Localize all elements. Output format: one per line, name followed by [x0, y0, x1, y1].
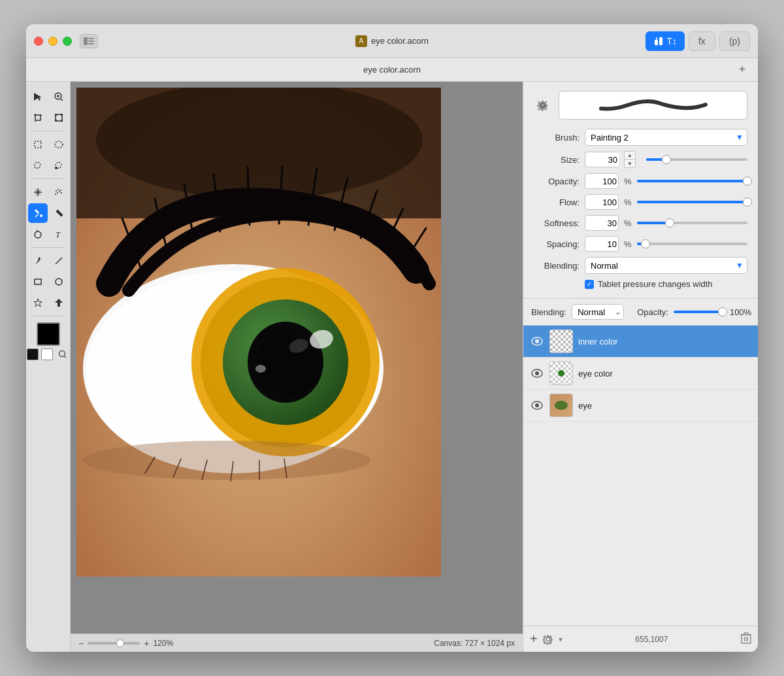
bg-color-small[interactable]: [41, 348, 53, 360]
brush-panel: Brush: Painting 2 ▼ Size: ▲ ▼: [523, 82, 758, 299]
opacity-slider-thumb[interactable]: [743, 177, 752, 186]
zoom-plus-button[interactable]: +: [144, 638, 149, 649]
svg-point-29: [56, 190, 57, 192]
pen-tool[interactable]: [28, 251, 48, 271]
ellipse-shape-tool[interactable]: [49, 272, 69, 292]
canvas-container[interactable]: [71, 82, 523, 634]
svg-point-79: [255, 365, 266, 373]
transform-tool[interactable]: [49, 108, 69, 127]
tools-button[interactable]: T↕: [645, 31, 685, 51]
svg-text:T: T: [56, 229, 61, 239]
size-slider[interactable]: [646, 158, 747, 161]
layer-item[interactable]: eye: [523, 390, 758, 422]
canvas-size-label: Canvas: 727 × 1024 px: [434, 639, 515, 648]
layers-opacity-slider[interactable]: [674, 311, 726, 313]
spray-tool[interactable]: [49, 182, 69, 202]
layer-item[interactable]: inner color: [523, 326, 758, 358]
layers-blending-row: Blending: Normal Multiply ⌄ Opacity: 1: [523, 299, 758, 326]
flow-slider-thumb[interactable]: [743, 197, 752, 207]
zoom-minus-button[interactable]: −: [78, 638, 84, 649]
opacity-slider[interactable]: [637, 180, 747, 182]
blending-select-wrapper[interactable]: Normal Multiply Screen ▼: [585, 257, 747, 274]
layers-opacity-thumb[interactable]: [718, 307, 727, 316]
zoom-tool[interactable]: [49, 87, 69, 107]
svg-rect-22: [35, 141, 41, 148]
magic-wand-tool[interactable]: [28, 182, 48, 202]
zoom-slider[interactable]: [88, 642, 140, 645]
layer-visibility-toggle[interactable]: [530, 366, 544, 380]
fg-color-small[interactable]: [27, 348, 39, 360]
size-label: Size:: [534, 155, 580, 165]
softness-slider-thumb[interactable]: [665, 218, 674, 228]
tablet-checkbox[interactable]: ✓: [585, 280, 594, 289]
crop-tool[interactable]: [28, 108, 48, 127]
spacing-input[interactable]: [585, 236, 619, 252]
spacing-slider[interactable]: [637, 243, 747, 245]
magic-lasso-tool[interactable]: [49, 156, 69, 175]
arrow-tool[interactable]: [28, 87, 48, 107]
add-layer-button[interactable]: +: [530, 632, 538, 647]
brush-select[interactable]: Painting 2: [585, 129, 747, 146]
close-button[interactable]: [34, 37, 43, 46]
arrow-shape-tool[interactable]: [49, 293, 69, 313]
ellipse-select-tool[interactable]: [49, 135, 69, 154]
paint-bucket-tool[interactable]: [28, 203, 48, 223]
brush-preview-row: [534, 91, 747, 120]
p-button[interactable]: (p): [719, 31, 750, 51]
size-slider-thumb[interactable]: [662, 155, 671, 164]
svg-rect-3: [88, 43, 94, 44]
opacity-input[interactable]: [585, 173, 619, 189]
size-up-button[interactable]: ▲: [625, 152, 635, 160]
svg-point-38: [35, 231, 41, 238]
layer-item[interactable]: eye color: [523, 358, 758, 390]
size-input[interactable]: [585, 152, 619, 167]
traffic-lights: [34, 37, 72, 46]
brush-settings-gear[interactable]: [534, 96, 552, 114]
maximize-button[interactable]: [63, 37, 72, 46]
sidebar-toggle-button[interactable]: [80, 34, 98, 48]
pencil-tool[interactable]: [49, 203, 69, 223]
spacing-row: Spacing: %: [534, 236, 747, 252]
blending-select[interactable]: Normal Multiply Screen: [585, 257, 747, 274]
layers-blend-select-wrapper[interactable]: Normal Multiply ⌄: [572, 304, 624, 320]
minimize-button[interactable]: [48, 37, 57, 46]
softness-input[interactable]: [585, 215, 619, 231]
zoom-controls: − + 120%: [78, 638, 173, 649]
layer-settings-button[interactable]: [543, 634, 553, 645]
text-tool[interactable]: T: [49, 224, 69, 244]
size-down-button[interactable]: ▼: [625, 160, 635, 167]
layer-visibility-toggle[interactable]: [530, 398, 544, 413]
add-tab-button[interactable]: +: [734, 62, 750, 78]
svg-point-88: [546, 637, 550, 641]
delete-layer-button[interactable]: [741, 632, 751, 647]
rect-shape-tool[interactable]: [28, 272, 48, 292]
canvas-area: − + 120% Canvas: 727 × 1024 px: [71, 82, 523, 652]
star-tool[interactable]: [28, 293, 48, 313]
layer-name: eye: [578, 401, 751, 411]
svg-rect-19: [61, 114, 63, 116]
magnifier-tool[interactable]: [56, 347, 70, 362]
foreground-color[interactable]: [37, 322, 60, 346]
canvas-image[interactable]: [76, 87, 442, 577]
layer-visibility-toggle[interactable]: [530, 334, 544, 348]
svg-point-85: [535, 371, 539, 375]
brush-select-wrapper[interactable]: Painting 2 ▼: [585, 129, 747, 146]
softness-slider[interactable]: [637, 222, 747, 224]
spacing-slider-thumb[interactable]: [641, 239, 650, 248]
rect-select-tool[interactable]: [28, 135, 48, 154]
fx-button[interactable]: fx: [689, 31, 715, 51]
svg-point-32: [57, 192, 58, 194]
lasso-tool[interactable]: [28, 156, 48, 175]
size-stepper[interactable]: ▲ ▼: [624, 151, 636, 168]
flow-slider[interactable]: [637, 201, 747, 203]
brush-name-row: Brush: Painting 2 ▼: [534, 129, 747, 146]
line-tool[interactable]: [49, 251, 69, 271]
flow-input[interactable]: [585, 194, 619, 210]
svg-point-31: [59, 191, 60, 192]
zoom-slider-thumb[interactable]: [116, 639, 124, 647]
burn-tool[interactable]: [28, 224, 48, 244]
right-panel: Brush: Painting 2 ▼ Size: ▲ ▼: [523, 82, 758, 652]
svg-point-33: [60, 190, 61, 191]
layers-blend-select[interactable]: Normal Multiply: [572, 304, 624, 320]
tool-row-4: [28, 156, 69, 175]
